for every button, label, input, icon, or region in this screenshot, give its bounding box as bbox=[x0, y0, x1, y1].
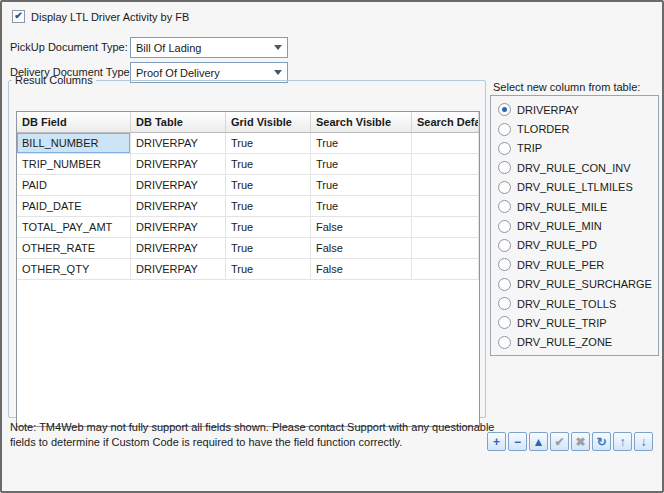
radio-option-drv_rule_mile[interactable]: DRV_RULE_MILE bbox=[498, 197, 658, 216]
table-cell[interactable]: True bbox=[226, 154, 311, 175]
radio-icon bbox=[498, 316, 511, 329]
table-cell[interactable]: DRIVERPAY bbox=[131, 154, 226, 175]
radio-label: DRV_RULE_SURCHARGE bbox=[517, 278, 652, 290]
table-cell[interactable]: True bbox=[311, 133, 412, 154]
table-cell[interactable]: False bbox=[311, 217, 412, 238]
radio-option-drv_rule_ltlmiles[interactable]: DRV_RULE_LTLMILES bbox=[498, 178, 658, 197]
table-cell[interactable]: PAID_DATE bbox=[17, 196, 131, 217]
radio-icon bbox=[498, 297, 511, 310]
table-cell[interactable]: DRIVERPAY bbox=[131, 238, 226, 259]
radio-label: DRV_RULE_CON_INV bbox=[517, 162, 631, 174]
table-cell[interactable] bbox=[412, 217, 479, 238]
edit-button[interactable]: ▲ bbox=[529, 432, 548, 451]
radio-option-drv_rule_tolls[interactable]: DRV_RULE_TOLLS bbox=[498, 294, 658, 313]
note-text: Note: TM4Web may not fully support all f… bbox=[10, 420, 496, 449]
radio-icon bbox=[498, 161, 511, 174]
column-header[interactable]: DB Table bbox=[131, 112, 226, 133]
display-ltl-checkbox-row[interactable]: ✔ Display LTL Driver Activity by FB bbox=[12, 10, 189, 23]
radio-icon bbox=[498, 142, 511, 155]
radio-label: DRV_RULE_TOLLS bbox=[517, 298, 616, 310]
toolbar: +−▲✔✖↻↑↓ bbox=[487, 432, 653, 451]
table-cell[interactable]: BILL_NUMBER bbox=[17, 133, 131, 154]
table-cell[interactable]: True bbox=[226, 217, 311, 238]
radio-icon bbox=[498, 200, 511, 213]
table-cell[interactable]: OTHER_RATE bbox=[17, 238, 131, 259]
radio-label: TRIP bbox=[517, 142, 542, 154]
pickup-doc-type-select[interactable]: Bill Of Lading bbox=[130, 37, 288, 58]
table-row[interactable]: OTHER_RATEDRIVERPAYTrueFalse bbox=[17, 238, 479, 259]
table-cell[interactable]: DRIVERPAY bbox=[131, 196, 226, 217]
table-cell[interactable] bbox=[412, 259, 479, 280]
radio-option-drv_rule_trip[interactable]: DRV_RULE_TRIP bbox=[498, 313, 658, 332]
table-cell[interactable]: False bbox=[311, 238, 412, 259]
table-cell[interactable] bbox=[412, 154, 479, 175]
x-icon: ✖ bbox=[575, 436, 585, 448]
radio-option-drv_rule_min[interactable]: DRV_RULE_MIN bbox=[498, 216, 658, 235]
radio-label: DRV_RULE_MILE bbox=[517, 201, 607, 213]
radio-icon bbox=[498, 103, 511, 116]
move-down-button[interactable]: ↓ bbox=[634, 432, 653, 451]
radio-option-drv_rule_surcharge[interactable]: DRV_RULE_SURCHARGE bbox=[498, 275, 658, 294]
radio-option-drv_rule_per[interactable]: DRV_RULE_PER bbox=[498, 255, 658, 274]
table-row[interactable]: BILL_NUMBERDRIVERPAYTrueTrue bbox=[17, 133, 479, 154]
radio-icon bbox=[498, 220, 511, 233]
arrow-down-icon: ↓ bbox=[641, 436, 647, 448]
result-table-body: BILL_NUMBERDRIVERPAYTrueTrueTRIP_NUMBERD… bbox=[17, 133, 479, 280]
table-cell[interactable]: True bbox=[226, 175, 311, 196]
table-header-row: DB FieldDB TableGrid VisibleSearch Visib… bbox=[17, 112, 479, 133]
display-ltl-checkbox-label: Display LTL Driver Activity by FB bbox=[31, 11, 189, 23]
table-cell[interactable]: True bbox=[311, 175, 412, 196]
radio-option-drv_rule_con_inv[interactable]: DRV_RULE_CON_INV bbox=[498, 158, 658, 177]
table-cell[interactable]: DRIVERPAY bbox=[131, 175, 226, 196]
refresh-button[interactable]: ↻ bbox=[592, 432, 611, 451]
table-row[interactable]: OTHER_QTYDRIVERPAYTrueFalse bbox=[17, 259, 479, 280]
radio-label: DRIVERPAY bbox=[517, 104, 579, 116]
table-cell[interactable]: True bbox=[226, 238, 311, 259]
cancel-button[interactable]: ✖ bbox=[571, 432, 590, 451]
table-row[interactable]: TRIP_NUMBERDRIVERPAYTrueTrue bbox=[17, 154, 479, 175]
table-cell[interactable] bbox=[412, 175, 479, 196]
pickup-doc-type-value: Bill Of Lading bbox=[136, 42, 201, 54]
radio-option-drv_rule_pd[interactable]: DRV_RULE_PD bbox=[498, 236, 658, 255]
table-cell[interactable]: False bbox=[311, 259, 412, 280]
radio-option-drv_rule_zone[interactable]: DRV_RULE_ZONE bbox=[498, 333, 658, 352]
table-cell[interactable]: DRIVERPAY bbox=[131, 217, 226, 238]
radio-label: DRV_RULE_ZONE bbox=[517, 336, 612, 348]
table-cell[interactable]: True bbox=[226, 133, 311, 154]
column-header[interactable]: DB Field bbox=[17, 112, 131, 133]
table-cell[interactable]: True bbox=[226, 196, 311, 217]
column-header[interactable]: Search Visible bbox=[311, 112, 412, 133]
table-row[interactable]: PAIDDRIVERPAYTrueTrue bbox=[17, 175, 479, 196]
table-cell[interactable] bbox=[412, 196, 479, 217]
radio-option-tlorder[interactable]: TLORDER bbox=[498, 119, 658, 138]
column-header[interactable]: Search Default bbox=[412, 112, 479, 133]
remove-button[interactable]: − bbox=[508, 432, 527, 451]
radio-label: DRV_RULE_PD bbox=[517, 239, 597, 251]
radio-icon bbox=[498, 181, 511, 194]
table-cell[interactable]: PAID bbox=[17, 175, 131, 196]
table-cell[interactable] bbox=[412, 133, 479, 154]
table-cell[interactable]: DRIVERPAY bbox=[131, 133, 226, 154]
minus-icon: − bbox=[514, 436, 521, 448]
radio-option-driverpay[interactable]: DRIVERPAY bbox=[498, 100, 658, 119]
table-cell[interactable]: True bbox=[226, 259, 311, 280]
table-cell[interactable]: TOTAL_PAY_AMT bbox=[17, 217, 131, 238]
table-cell[interactable]: True bbox=[311, 154, 412, 175]
column-header[interactable]: Grid Visible bbox=[226, 112, 311, 133]
table-cell[interactable]: TRIP_NUMBER bbox=[17, 154, 131, 175]
table-cell[interactable]: True bbox=[311, 196, 412, 217]
result-columns-grid[interactable]: DB FieldDB TableGrid VisibleSearch Visib… bbox=[16, 111, 480, 427]
radio-icon bbox=[498, 336, 511, 349]
save-button[interactable]: ✔ bbox=[550, 432, 569, 451]
table-row[interactable]: PAID_DATEDRIVERPAYTrueTrue bbox=[17, 196, 479, 217]
display-ltl-checkbox[interactable]: ✔ bbox=[12, 10, 25, 23]
table-cell[interactable]: DRIVERPAY bbox=[131, 259, 226, 280]
radio-label: DRV_RULE_LTLMILES bbox=[517, 181, 633, 193]
table-row[interactable]: TOTAL_PAY_AMTDRIVERPAYTrueFalse bbox=[17, 217, 479, 238]
table-cell[interactable]: OTHER_QTY bbox=[17, 259, 131, 280]
table-cell[interactable] bbox=[412, 238, 479, 259]
add-button[interactable]: + bbox=[487, 432, 506, 451]
move-up-button[interactable]: ↑ bbox=[613, 432, 632, 451]
refresh-icon: ↻ bbox=[596, 436, 606, 448]
radio-option-trip[interactable]: TRIP bbox=[498, 139, 658, 158]
